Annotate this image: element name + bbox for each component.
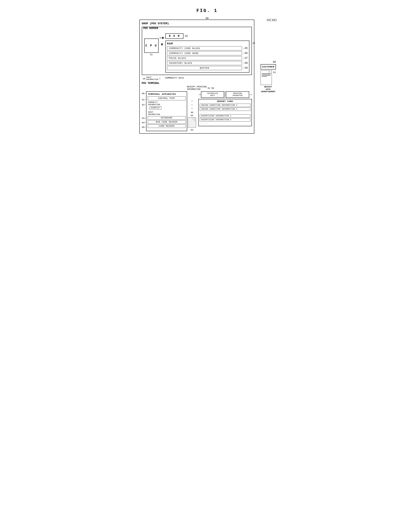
arrow-up-2: ↑ — [191, 103, 193, 106]
ref-38: ─38 — [243, 62, 248, 65]
right-section: → INTERFACEUNIT PRINTINGAPPARATUS → MEMO… — [198, 91, 252, 131]
ram-block-row-4: BUFFER ─39 — [167, 66, 248, 70]
bidirectional-arrow-rom2: ▶ — [162, 35, 164, 40]
ref-41-label: 41─ — [142, 98, 146, 104]
ref-61: 61 — [273, 71, 276, 74]
commodity-info-label: COMMODITYINFORMATION — [148, 101, 185, 106]
receipt-with-ad-label: RECEIPTWITHADVERTISEMENT — [260, 86, 276, 93]
customer-section: 60 CUSTOMER 61 RECEIPTWITHADVERTISEMENT — [260, 61, 276, 93]
ref-53: 53 — [191, 114, 193, 117]
memory-card-label: MEMORY CARD — [200, 100, 250, 103]
ref-52: 52 — [191, 129, 193, 131]
ref-46: 46 — [191, 111, 193, 114]
receipt-document-icon — [260, 71, 272, 85]
ref-35: ─35 — [243, 47, 248, 50]
server-right: R O M 32 RAM COMMODITY CODE BLOCK ─35 — [166, 33, 249, 73]
ram-block-row-3: INVENTORY BLOCK ─38 — [167, 61, 248, 65]
mem-ellipsis-2: . . . — [200, 122, 250, 124]
rom-box: R O M — [166, 33, 184, 39]
ref-43-label: 43─ — [142, 117, 146, 122]
ref-51: 51 — [208, 87, 210, 89]
ref-40-label: 40─ — [142, 92, 146, 98]
rom-row: R O M 32 — [166, 33, 249, 39]
terminal-apparatus-label: TERMINAL APPARATUS — [148, 93, 185, 95]
ref-45-label: 45─ — [142, 126, 146, 131]
mem-ellipsis-1: . . . — [200, 112, 250, 114]
ref-36: ─36 — [243, 52, 248, 55]
arrow-up-1: ↑ — [191, 100, 193, 103]
lower-section: 40─ 41─ 42─ 43─ 44─ 45─ TERMINAL APPARAT… — [142, 91, 252, 131]
ram-block-row-1: COMMODITY CODE NAME ─36 — [167, 51, 248, 55]
ref-39: ─39 — [243, 67, 248, 69]
input-info-label2: INPUTINFORMATION — [148, 111, 185, 116]
mem-block-4: ADVERTISING INFORMATION 2 — [200, 118, 250, 122]
mem-block-3: ADVERTISING INFORMATION 1 — [200, 114, 250, 118]
commodity-data-label: COMMODITY DATA — [165, 77, 184, 79]
interface-printing-row: → INTERFACEUNIT PRINTINGAPPARATUS → — [198, 91, 252, 98]
terminal-apparatus-box: TERMINAL APPARATUS CONTROL PART COMMODIT… — [146, 91, 187, 131]
ref-31: 31 — [150, 53, 153, 56]
pos-server-label: POS SERVER — [143, 27, 158, 30]
mem-block-1: ADDING CONDITION INFORMATION 2 — [200, 108, 250, 111]
hatch-area — [188, 117, 196, 128]
ram-block-row-2: PRICE BLOCK ─37 — [167, 56, 248, 60]
ref-50: 50 — [212, 87, 214, 89]
arrow-to-customer: → — [250, 91, 252, 98]
cpu-box: C P U — [144, 38, 159, 53]
ref-44-label: 44─ — [142, 122, 146, 126]
mem-block-0: ADDING CONDITION INFORMATION 1 — [200, 104, 250, 107]
card-reader-box: CARD READER — [148, 124, 185, 128]
interface-unit-box: INTERFACEUNIT — [201, 91, 224, 98]
ref-37: ─37 — [243, 57, 248, 60]
commodity-code-block: COMMODITY CODE BLOCK — [167, 46, 242, 50]
arrow-up-3: ↑ — [191, 107, 193, 110]
ref-42-label: 42─ — [142, 104, 146, 117]
customer-box: CUSTOMER — [260, 64, 276, 69]
pos-server-box: POS SERVER C P U 31 ⇐ ▶ — [142, 27, 252, 75]
shop-pos-system-box: SHOP (POS SYSTEM) 30 POS SERVER C P U 31 — [139, 19, 254, 134]
keyboard-box: KEYBOARD — [148, 116, 185, 120]
arrow-down-ram: ▼ — [161, 43, 163, 47]
display-box: DISPLAY — [150, 106, 161, 110]
bidirectional-arrow-rom: ⇐ — [160, 35, 162, 40]
ref-20: 20 — [143, 77, 146, 80]
printing-apparatus-box: PRINTINGAPPARATUS — [226, 91, 249, 98]
memory-card-box: MEMORY CARD ADDING CONDITION INFORMATION… — [198, 99, 252, 126]
arrow-to-interface: → — [198, 91, 201, 98]
price-block: PRICE BLOCK — [167, 56, 242, 60]
commodity-code-name-block: COMMODITY CODE NAME — [167, 51, 242, 55]
pos-terminal-label: POS TERMINAL — [142, 82, 252, 85]
ref-30: 30 — [205, 17, 209, 20]
ref-32: 32 — [185, 35, 188, 38]
figure-title: FIG. 1 — [139, 8, 275, 13]
arrow-display: → — [148, 107, 149, 110]
control-part-box: CONTROL PART — [148, 96, 185, 100]
inventory-block: INVENTORY BLOCK — [167, 61, 242, 65]
bar-code-reader-box: BAR CODE READER — [148, 120, 185, 124]
input-information-label: INPUTINFORMATION — [146, 77, 158, 81]
receipt-printing-label: RECEIPT PRINTINGINFORMATION — [187, 86, 207, 91]
ram-label: RAM — [167, 42, 248, 45]
ram-block-row-0: COMMODITY CODE BLOCK ─35 — [167, 46, 248, 50]
ram-box: RAM COMMODITY CODE BLOCK ─35 COMMODITY C… — [166, 40, 249, 73]
ref-60: 60 — [260, 61, 276, 64]
ref-33: 33 — [252, 42, 255, 44]
shop-label: SHOP (POS SYSTEM) — [142, 22, 252, 25]
arrow-up-input: ↑ — [159, 77, 161, 81]
buffer-block: BUFFER — [167, 66, 242, 70]
